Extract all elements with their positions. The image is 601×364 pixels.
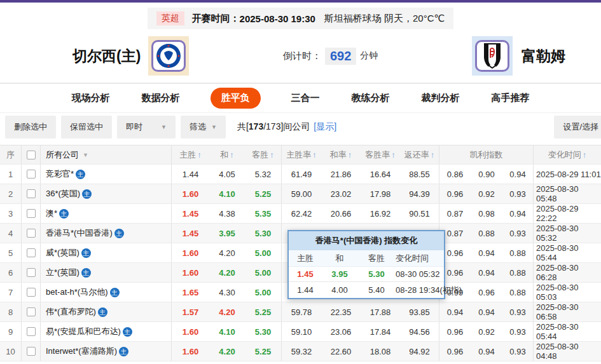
row-checkbox[interactable] <box>22 342 41 361</box>
kelly-value: 0.93 <box>502 224 534 243</box>
company-name[interactable]: bet-at-h*(马尔他)主 <box>41 283 172 302</box>
col-header-return-rate[interactable]: 返还率↑ <box>400 145 439 164</box>
away-odds[interactable]: 5.30 <box>245 322 282 341</box>
kelly-value: 0.88 <box>502 243 534 262</box>
company-name[interactable]: 伟*(直布罗陀)主 <box>41 302 172 321</box>
table-row: 8伟*(直布罗陀)主1.574.205.2559.7822.3517.8893.… <box>0 302 601 321</box>
company-name[interactable]: Interwet*(塞浦路斯)主 <box>41 342 172 361</box>
home-odds[interactable]: 1.60 <box>172 347 209 356</box>
draw-odds[interactable]: 4.10 <box>209 327 245 337</box>
tab-scene-analysis[interactable]: 现场分析 <box>71 88 111 109</box>
draw-odds[interactable]: 3.95 <box>209 229 245 238</box>
col-header-draw-rate[interactable]: 和率↑ <box>321 149 361 161</box>
company-name[interactable]: 易*(安提瓜和巴布达)主 <box>41 322 172 341</box>
draw-odds[interactable]: 4.05 <box>209 170 245 179</box>
tab-expert-picks[interactable]: 高手推荐 <box>490 88 531 109</box>
draw-odds[interactable]: 4.30 <box>209 288 245 297</box>
away-odds[interactable]: 5.00 <box>245 263 282 282</box>
col-header-company[interactable]: 所有公司▼ <box>41 145 172 164</box>
rate-value: 22.60 <box>321 347 361 356</box>
change-time: 2025-08-30 05:44 <box>534 243 601 262</box>
checkbox-icon <box>27 347 36 356</box>
home-odds[interactable]: 1.45 <box>172 209 209 219</box>
tab-data-analysis[interactable]: 数据分析 <box>141 88 181 109</box>
settings-button[interactable]: 设置/选择 <box>554 116 601 138</box>
home-odds[interactable]: 1.57 <box>172 307 209 317</box>
table-row: 9易*(安提瓜和巴布达)主1.604.105.3059.1023.0617.84… <box>0 321 601 341</box>
rate-value: 21.86 <box>321 170 361 179</box>
away-odds[interactable]: 5.25 <box>245 342 282 361</box>
away-odds[interactable]: 5.25 <box>245 184 282 203</box>
rate-value: 23.06 <box>321 327 361 337</box>
main-company-icon: 主 <box>82 189 92 199</box>
col-header-change-time[interactable]: 变化时间↑ <box>534 149 601 161</box>
away-odds[interactable]: 5.00 <box>245 283 282 302</box>
kelly-value: 0.98 <box>471 209 502 219</box>
popup-title: 香港马*(中国香港) 指数变化 <box>289 231 444 250</box>
delete-selected-button[interactable]: 删除选中 <box>5 116 56 138</box>
rate-value: 59.10 <box>282 327 321 337</box>
col-header-away[interactable]: 客胜↑ <box>245 145 282 164</box>
company-name[interactable]: 威*(英国)主 <box>41 243 172 262</box>
away-odds[interactable]: 5.35 <box>245 204 282 223</box>
draw-odds[interactable]: 4.20 <box>209 307 245 317</box>
tab-win-draw-lose[interactable]: 胜平负 <box>211 88 261 109</box>
row-checkbox[interactable] <box>22 243 41 262</box>
filter-dropdown[interactable]: 筛选 ▼ <box>181 116 226 138</box>
row-checkbox[interactable] <box>22 165 41 184</box>
countdown-value: 692 <box>325 48 356 65</box>
home-odds[interactable]: 1.65 <box>172 288 209 297</box>
main-company-icon: 主 <box>123 327 132 337</box>
home-team-name: 切尔西(主) <box>73 46 141 66</box>
home-odds[interactable]: 1.45 <box>172 229 209 238</box>
row-checkbox[interactable] <box>22 204 41 223</box>
away-odds[interactable]: 5.25 <box>245 302 282 321</box>
rate-value: 88.55 <box>400 165 439 184</box>
draw-odds[interactable]: 4.20 <box>209 347 245 356</box>
away-odds[interactable]: 5.00 <box>245 243 282 262</box>
tab-coach-analysis[interactable]: 教练分析 <box>350 88 391 109</box>
away-odds[interactable]: 5.30 <box>245 224 282 243</box>
draw-odds[interactable]: 4.20 <box>209 248 245 258</box>
change-time: 2025-08-30 05:44 <box>534 322 601 341</box>
company-name[interactable]: 竞彩官*主 <box>41 165 172 184</box>
col-header-away-rate[interactable]: 客胜率↑ <box>361 149 400 161</box>
col-header-home-rate[interactable]: 主胜率↑ <box>282 149 321 161</box>
home-odds[interactable]: 1.60 <box>172 189 209 199</box>
company-name[interactable]: 36*(英国)主 <box>41 184 172 203</box>
col-header-draw[interactable]: 和↑ <box>209 149 245 161</box>
row-checkbox[interactable] <box>22 322 41 341</box>
league-badge[interactable]: 英超 <box>156 11 184 25</box>
select-all-checkbox[interactable] <box>22 145 41 164</box>
tab-three-in-one[interactable]: 三合一 <box>290 88 321 109</box>
company-name[interactable]: 立*(英国)主 <box>41 263 172 282</box>
home-odds[interactable]: 1.44 <box>172 170 209 179</box>
col-header-seq: 序 <box>0 145 22 164</box>
row-checkbox[interactable] <box>22 184 41 203</box>
show-link[interactable]: [显示] <box>314 121 336 133</box>
filter-dropdown-label: 筛选 <box>190 121 206 133</box>
change-time: 2025-08-30 05:32 <box>534 224 601 243</box>
company-name[interactable]: 香港马*(中国香港)主 <box>41 224 172 243</box>
draw-odds[interactable]: 4.10 <box>209 189 245 199</box>
change-time: 2025-08-30 05:48 <box>534 184 601 203</box>
row-checkbox[interactable] <box>22 224 41 243</box>
keep-selected-button[interactable]: 保留选中 <box>61 116 112 138</box>
instant-dropdown[interactable]: 即时 ▼ <box>117 116 176 138</box>
rate-value: 59.00 <box>282 189 321 199</box>
row-checkbox[interactable] <box>22 263 41 282</box>
kelly-value: 0.94 <box>471 248 502 258</box>
venue-weather: 斯坦福桥球场 阴天，20°C℃ <box>324 13 445 25</box>
row-checkbox[interactable] <box>22 283 41 302</box>
draw-odds[interactable]: 4.38 <box>209 209 245 219</box>
home-odds[interactable]: 1.60 <box>172 327 209 337</box>
home-odds[interactable]: 1.60 <box>172 248 209 258</box>
away-odds[interactable]: 5.32 <box>245 165 282 184</box>
col-header-home[interactable]: 主胜↑ <box>172 149 209 161</box>
draw-odds[interactable]: 4.20 <box>209 268 245 278</box>
home-odds[interactable]: 1.60 <box>172 268 209 278</box>
change-time: 2025-08-29 22:22 <box>534 204 601 223</box>
row-checkbox[interactable] <box>22 302 41 321</box>
company-name[interactable]: 澳*主 <box>41 204 172 223</box>
tab-referee-analysis[interactable]: 裁判分析 <box>420 88 461 109</box>
